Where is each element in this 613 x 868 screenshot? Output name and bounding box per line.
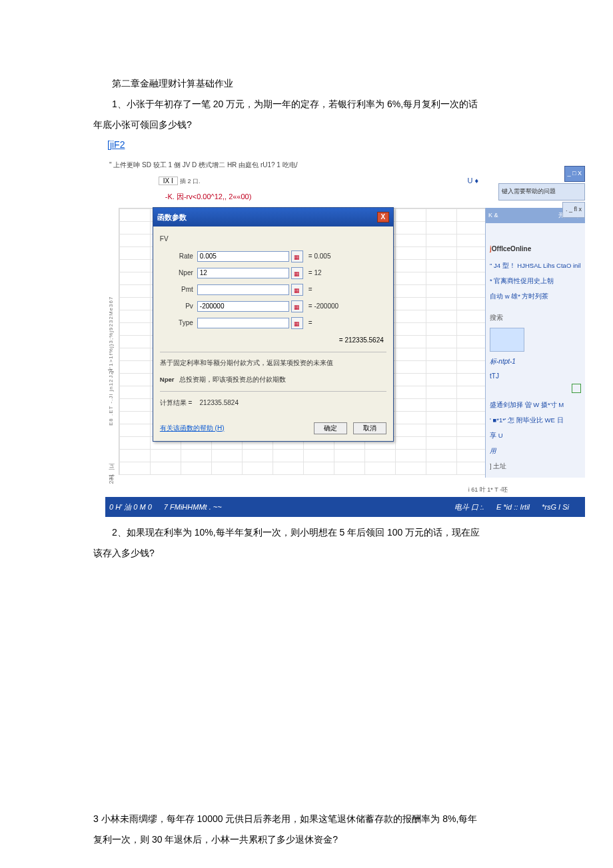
pmt-picker-icon[interactable]: ▦: [291, 284, 303, 296]
help-search-box[interactable]: 键入需要帮助的问题: [498, 183, 585, 201]
spreadsheet-grid[interactable]: 函数参数 X FV Rate ▦ = 0.005: [119, 208, 485, 475]
status-5: *rsG I Si: [542, 499, 569, 515]
task-pane: K & 开始工作 jOfflceOnline " J4 型！ HJHSAL Li…: [485, 208, 585, 478]
rate-eq: = 0.005: [308, 249, 331, 264]
pv-input[interactable]: [197, 301, 289, 312]
type-picker-icon[interactable]: ▦: [291, 317, 303, 329]
tp-search-label: 搜索: [490, 310, 581, 325]
type-input[interactable]: [197, 318, 289, 328]
pmt-input[interactable]: [197, 284, 289, 295]
left-ruler-b: 上 231 一二 』: [105, 426, 119, 486]
status-3: 电斗 口 :.: [454, 499, 484, 515]
inner-window-controls[interactable]: . _ fl x: [562, 202, 585, 218]
code-link[interactable]: [jiF2: [107, 139, 125, 150]
nper-eq: = 12: [308, 266, 322, 280]
status-2: 7 FMiHHMMt . ~~: [164, 499, 442, 515]
question-2-line1: 2、如果现在利率为 10%,每半年复利一次，则小明想在 5 年后领回 100 万…: [93, 522, 520, 543]
pv-label: Pv: [160, 299, 197, 314]
question-1-line2: 年底小张可领回多少钱?: [93, 115, 520, 135]
office-online-title: jOfflceOnline: [490, 242, 581, 256]
tp-hint: 标-ntpt-1: [490, 354, 581, 369]
green-box-icon: [572, 384, 581, 393]
fx-suffix: 插 2 口.: [180, 178, 201, 185]
question-3-line1: 3 小林未雨绸缪，每年存 10000 元供日后养老用，如果这笔退休储蓄存款的报酬…: [93, 809, 520, 829]
dialog-note2: 总投资期，即该项投资总的付款期数: [179, 376, 286, 383]
dialog-title: 函数参数: [157, 209, 187, 225]
nper-input[interactable]: [197, 268, 289, 278]
chapter-title: 第二章金融理财计算基础作业: [93, 73, 520, 94]
dialog-note2-label: Nper: [160, 376, 175, 383]
dialog-group: FV: [160, 232, 386, 246]
dialog-note1: 基于固定利率和等额分期付款方式，返回某项投资的未来值: [160, 356, 386, 370]
type-label: Type: [160, 316, 197, 330]
pv-eq: = -200000: [308, 299, 338, 314]
tp-tj: tTJ: [490, 369, 581, 384]
question-3-line2: 复利一次，则 30 年退休后，小林一共累积了多少退休资金?: [93, 829, 520, 850]
rate-input[interactable]: [197, 251, 289, 262]
left-ruler: E8 .ET -.Jl jn12弘J.}f'1>1f%j}3;%j9232Me3…: [105, 173, 117, 426]
status-1: 0 H' 油 0 M 0: [109, 499, 152, 515]
type-eq: =: [308, 316, 312, 330]
result-label: 计算结果 =: [160, 399, 193, 406]
pmt-label: Pmt: [160, 282, 197, 297]
pv-picker-icon[interactable]: ▦: [291, 300, 303, 312]
zoom-note: i 61 叶 1* T -呸: [93, 484, 508, 497]
tp-a2[interactable]: ' ■*1*' 怎 附毕业比 WE 日: [490, 414, 581, 428]
rate-label: Rate: [160, 249, 197, 264]
dialog-help-link[interactable]: 有关该函数的帮助 (H): [160, 421, 225, 436]
status-4: E *id :: Irtil: [496, 499, 530, 515]
tp-link-3[interactable]: 自动 w 雄* 方时列茶: [490, 290, 581, 304]
question-1-line1: 1、小张于年初存了一笔 20 万元，为期一年的定存，若银行利率为 6%,每月复利…: [93, 94, 520, 115]
dialog-return: = 212335.5624: [160, 333, 384, 348]
cancel-button[interactable]: 取消: [353, 422, 386, 434]
window-controls[interactable]: _ □ X: [564, 166, 585, 182]
name-box[interactable]: IX I: [159, 177, 178, 185]
rate-picker-icon[interactable]: ▦: [291, 250, 303, 262]
pmt-eq: =: [308, 282, 312, 297]
result-value: 212335.5824: [200, 399, 239, 406]
tp-a5[interactable]: ] 土址: [490, 460, 581, 474]
tp-thumb: [490, 328, 524, 352]
nper-picker-icon[interactable]: ▦: [291, 267, 303, 279]
question-2-line2: 该存入多少钱?: [93, 543, 520, 564]
tp-link-2[interactable]: * 官离商性促用史上朝: [490, 274, 581, 288]
tp-a3[interactable]: 享 U: [490, 429, 581, 443]
tp-a4[interactable]: 用: [490, 444, 581, 458]
ok-button[interactable]: 确定: [314, 422, 347, 434]
u-symbol: U ♦: [467, 173, 478, 189]
dialog-close-button[interactable]: X: [377, 212, 389, 222]
nper-label: Nper: [160, 266, 197, 280]
tp-a1[interactable]: 盛通剑加择 曽 W 摄*寸 M: [490, 398, 581, 412]
status-bar: 0 H' 油 0 M 0 7 FMiHHMMt . ~~ 电斗 口 :. E *…: [105, 497, 585, 517]
tp-link-1[interactable]: " J4 型！ HJHSAL Lihs CtaO inil: [490, 259, 581, 273]
excel-screenshot: " 上件更呻 SD 较工 1 侧 JV D 榜式增二 HR 由庭包 rU1? 1…: [105, 158, 585, 486]
function-arguments-dialog: 函数参数 X FV Rate ▦ = 0.005: [153, 207, 394, 442]
